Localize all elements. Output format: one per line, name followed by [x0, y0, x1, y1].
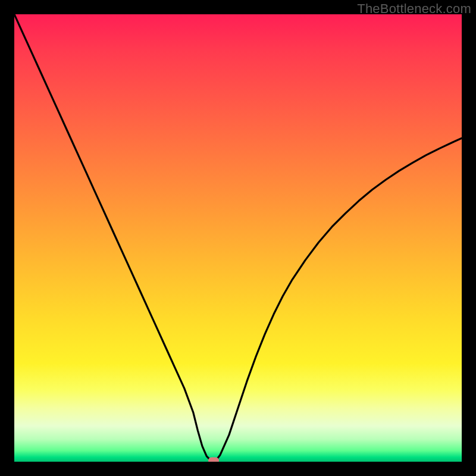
chart-frame: TheBottleneck.com: [0, 0, 476, 476]
plot-area: [14, 14, 462, 462]
bottleneck-curve: [14, 14, 462, 462]
minimum-marker: [208, 458, 219, 462]
